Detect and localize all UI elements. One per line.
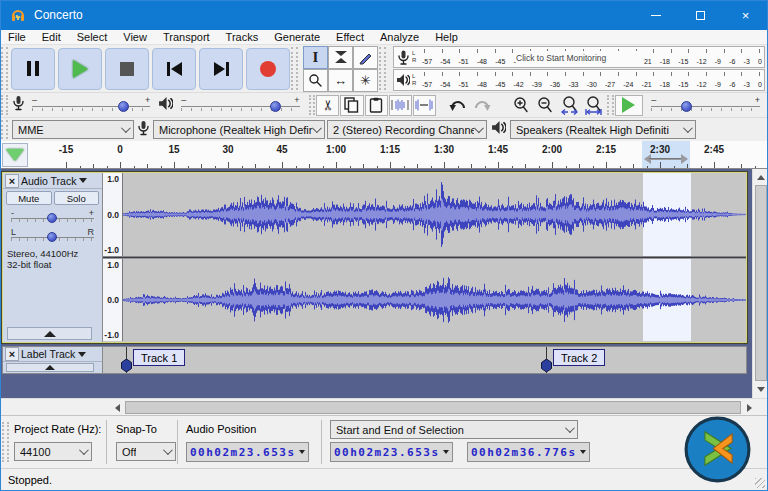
menu-transport[interactable]: Transport [155,31,218,43]
minimize-button[interactable] [633,0,678,30]
waveform-canvas-left[interactable] [123,173,746,256]
vertical-scroll-thumb[interactable] [755,185,767,381]
menu-generate[interactable]: Generate [266,31,328,43]
device-toolbar-grip[interactable] [1,120,8,139]
selection-end-field[interactable]: 00h02m36.776s [467,442,590,462]
vertical-scale-right[interactable]: 1.0 0.0 -1.0 [103,259,123,341]
menu-select[interactable]: Select [69,31,116,43]
paste-button[interactable] [365,95,388,116]
audio-position-field[interactable]: 00h02m23.653s [186,442,309,462]
playback-volume-slider[interactable]: –+ [179,96,301,114]
waveform-left[interactable] [123,173,746,256]
recording-meter[interactable]: LR -57-54-51-48-45-42-39-36-33-30-27-24-… [393,46,765,68]
selection-format-dropdown[interactable]: Start and End of Selection [330,420,578,439]
recording-volume-slider[interactable]: –+ [30,96,152,114]
playback-speed-thumb[interactable] [681,101,692,112]
time-shift-tool-button[interactable]: ↔ [328,69,353,92]
scroll-down-button[interactable] [754,382,768,396]
mixer-toolbar-grip[interactable] [1,95,8,115]
track-menu-icon[interactable] [79,178,87,183]
menu-view[interactable]: View [115,31,155,43]
project-rate-dropdown[interactable]: 44100 [14,442,92,461]
track-menu-icon[interactable] [78,352,86,357]
maximize-button[interactable] [678,0,723,30]
copy-button[interactable] [340,95,363,116]
menu-file[interactable]: File [0,31,34,43]
playback-meter[interactable]: LR -57-54-51-48-45-42-39-36-33-30-27-24-… [393,69,765,91]
zoom-tool-button[interactable] [303,69,328,92]
zoom-in-button[interactable] [510,95,533,116]
snap-to-dropdown[interactable]: Off [116,442,176,461]
undo-button[interactable] [446,95,469,116]
close-track-button[interactable]: × [5,174,19,188]
cut-button[interactable]: ✂ [316,95,339,116]
selection-toolbar-grip[interactable] [2,422,9,462]
title-bar[interactable]: Concerto × [0,0,768,30]
record-button[interactable] [246,48,290,90]
trim-audio-button[interactable] [389,95,412,116]
playback-device-dropdown[interactable]: Speakers (Realtek High Definiti [510,120,696,139]
vertical-scrollbar[interactable] [752,169,768,398]
waveform-right[interactable] [123,259,746,341]
pan-slider[interactable]: LR [9,227,96,244]
timeline-ruler[interactable]: -1501530451:001:151:301:452:002:152:302:… [0,141,768,169]
silence-audio-button[interactable] [413,95,436,116]
monitoring-hint[interactable]: Click to Start Monitoring [516,51,644,65]
multi-tool-button[interactable]: ✳ [353,69,378,92]
resize-grip[interactable] [755,478,765,488]
tools-toolbar-grip[interactable] [291,47,298,90]
label-text[interactable]: Track 2 [553,349,605,366]
waveform-canvas-right[interactable] [123,259,746,341]
edit-toolbar-grip[interactable] [309,95,316,115]
play-at-speed-grip[interactable] [607,95,614,115]
selection-start-field[interactable]: 00h02m23.653s [330,442,453,462]
audio-track-title[interactable]: Audio Track [21,175,76,187]
collapse-track-button[interactable] [7,327,92,340]
fit-selection-button[interactable] [558,95,581,116]
selection-tool-button[interactable]: I [303,46,328,69]
redo-button[interactable] [470,95,493,116]
skip-to-start-button[interactable] [152,48,196,90]
play-button[interactable] [58,48,102,90]
recording-channels-dropdown[interactable]: 2 (Stereo) Recording Channels [327,120,487,139]
menu-tracks[interactable]: Tracks [218,31,267,43]
label-text[interactable]: Track 1 [133,349,185,366]
scroll-up-button[interactable] [754,170,768,184]
fit-project-button[interactable] [582,95,605,116]
menu-effect[interactable]: Effect [328,31,372,43]
skip-to-end-button[interactable] [199,48,243,90]
pause-button[interactable] [11,48,55,90]
horizontal-scroll-thumb[interactable] [125,401,741,414]
draw-tool-button[interactable] [353,46,378,69]
playback-speed-slider[interactable]: –+ [649,96,762,114]
collapse-track-button[interactable] [6,363,94,372]
audio-host-dropdown[interactable]: MME [12,120,134,139]
menu-help[interactable]: Help [427,31,466,43]
envelope-tool-button[interactable] [328,46,353,69]
scroll-left-button[interactable] [110,400,124,415]
scroll-right-button[interactable] [742,400,756,415]
transport-toolbar-grip[interactable] [1,47,8,90]
meter-toolbar-grip[interactable] [379,47,386,90]
selection-drag-arrow[interactable] [644,154,688,163]
recording-volume-thumb[interactable] [118,101,129,112]
zoom-out-button[interactable] [534,95,557,116]
pinned-play-head-button[interactable] [2,143,28,167]
solo-button[interactable]: Solo [54,191,100,205]
playback-volume-thumb[interactable] [270,101,281,112]
mute-button[interactable]: Mute [6,191,52,205]
close-track-button[interactable]: × [5,347,19,361]
menu-edit[interactable]: Edit [34,31,69,43]
stop-button[interactable] [105,48,149,90]
play-at-speed-button[interactable] [615,95,644,116]
label-flag-icon[interactable] [541,359,552,372]
menu-analyze[interactable]: Analyze [372,31,427,43]
vertical-scale-left[interactable]: 1.0 0.0 -1.0 [103,173,123,256]
horizontal-scrollbar[interactable] [0,398,768,415]
close-button[interactable]: × [723,0,768,30]
label-track-title[interactable]: Label Track [21,348,75,360]
label-track-content[interactable]: Track 1Track 2 [103,347,746,373]
label-flag-icon[interactable] [121,359,132,372]
gain-slider[interactable]: -+ [9,208,96,225]
recording-device-dropdown[interactable]: Microphone (Realtek High Defini [153,120,325,139]
